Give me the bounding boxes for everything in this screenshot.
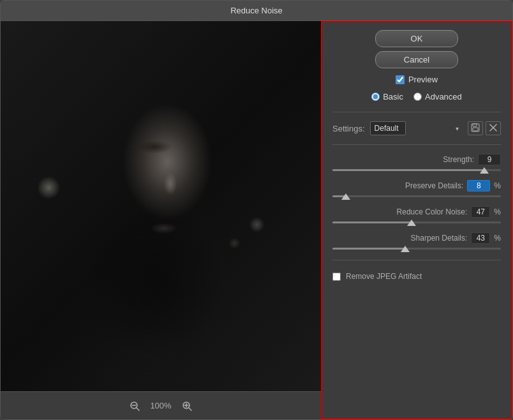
strength-header: Strength: (332, 154, 501, 165)
preview-label[interactable]: Preview (408, 75, 438, 84)
advanced-radio[interactable] (413, 93, 422, 101)
sharpen-details-pct: % (494, 234, 501, 243)
divider-1 (332, 112, 501, 112)
mode-section: Basic Advanced (332, 92, 501, 101)
cancel-button[interactable]: Cancel (375, 51, 458, 68)
settings-controls (468, 121, 501, 135)
buttons-section: OK Cancel (332, 30, 501, 68)
divider-2 (332, 144, 501, 145)
dialog-body: 100% OK Cancel (1, 21, 512, 419)
reduce-color-noise-slider-section: Reduce Color Noise: % (332, 206, 501, 225)
strength-label: Strength: (443, 155, 474, 164)
basic-label: Basic (383, 92, 403, 101)
controls-panel: OK Cancel Preview Basic Advanced (321, 21, 512, 419)
zoom-level: 100% (150, 401, 171, 410)
strength-track (332, 169, 501, 171)
reduce-color-noise-thumb[interactable] (407, 220, 416, 226)
save-settings-button[interactable] (468, 121, 483, 135)
preview-image[interactable] (1, 21, 321, 391)
reduce-color-noise-fill (332, 221, 412, 223)
basic-radio[interactable] (371, 93, 380, 101)
sharpen-details-slider-section: Sharpen Details: % (332, 232, 501, 251)
svg-line-1 (137, 408, 139, 410)
reduce-color-noise-label: Reduce Color Noise: (397, 207, 468, 216)
preview-panel: 100% (1, 21, 321, 419)
preserve-details-header: Preserve Details: % (332, 180, 501, 191)
sharpen-details-fill (332, 248, 405, 250)
sharpen-details-track (332, 248, 501, 250)
delete-settings-button[interactable] (486, 121, 501, 135)
reduce-color-noise-pct: % (494, 207, 501, 216)
artifact-section: Remove JPEG Artifact (332, 272, 501, 281)
basic-radio-label[interactable]: Basic (371, 92, 403, 101)
settings-section: Settings: Default Custom (332, 121, 501, 135)
svg-line-4 (189, 408, 191, 410)
preserve-details-value[interactable] (467, 180, 490, 191)
preserve-details-track (332, 195, 501, 197)
title-bar: Reduce Noise (1, 1, 512, 21)
zoom-bar: 100% (1, 391, 321, 419)
zoom-out-button[interactable] (127, 398, 142, 414)
divider-3 (332, 260, 501, 260)
preview-section: Preview (396, 75, 438, 84)
preserve-details-slider-section: Preserve Details: % (332, 180, 501, 199)
sharpen-details-header: Sharpen Details: % (332, 232, 501, 244)
reduce-noise-dialog: Reduce Noise 100% (0, 0, 513, 420)
sharpen-details-label: Sharpen Details: (411, 234, 468, 243)
settings-select-wrapper: Default Custom (370, 121, 463, 135)
preserve-details-slider-row (332, 194, 501, 199)
artifact-label[interactable]: Remove JPEG Artifact (346, 272, 422, 281)
svg-rect-8 (473, 124, 477, 126)
preserve-details-thumb[interactable] (341, 193, 350, 200)
preview-checkbox[interactable] (396, 75, 405, 84)
zoom-in-button[interactable] (179, 398, 195, 414)
sharpen-details-slider-row (332, 246, 501, 251)
strength-thumb[interactable] (480, 167, 489, 174)
strength-slider-row (332, 168, 501, 172)
strength-value[interactable] (478, 154, 501, 165)
artifact-checkbox[interactable] (332, 273, 341, 281)
preserve-details-label: Preserve Details: (405, 181, 463, 190)
advanced-radio-label[interactable]: Advanced (413, 92, 462, 101)
sharpen-details-value[interactable] (471, 232, 490, 244)
settings-label: Settings: (332, 124, 365, 133)
sharpen-details-thumb[interactable] (401, 246, 410, 252)
dialog-title: Reduce Noise (230, 6, 283, 15)
svg-rect-9 (473, 128, 478, 131)
ok-button[interactable]: OK (375, 30, 458, 47)
advanced-label: Advanced (425, 92, 462, 101)
preserve-details-pct: % (494, 181, 501, 190)
reduce-color-noise-slider-row (332, 220, 501, 225)
strength-fill (332, 169, 484, 171)
strength-slider-section: Strength: (332, 154, 501, 172)
reduce-color-noise-track (332, 221, 501, 223)
settings-select[interactable]: Default Custom (370, 121, 406, 135)
portrait-image (1, 21, 321, 391)
reduce-color-noise-header: Reduce Color Noise: % (332, 206, 501, 218)
reduce-color-noise-value[interactable] (471, 206, 490, 218)
